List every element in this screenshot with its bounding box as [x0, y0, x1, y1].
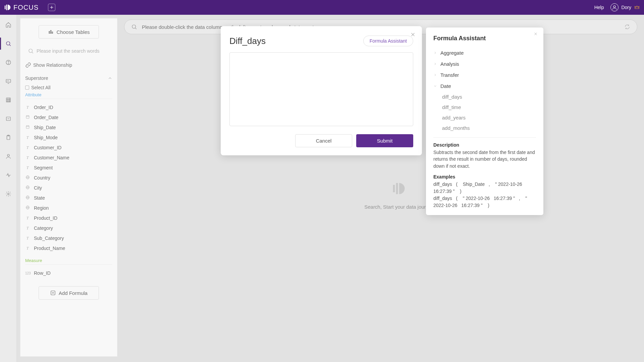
choose-tables-label: Choose Tables [57, 29, 90, 35]
assist-close-button[interactable] [533, 32, 538, 38]
column-name: Order_Date [34, 115, 58, 120]
column-name: Customer_Name [34, 155, 69, 160]
column-item[interactable]: TCustomer_ID [25, 143, 112, 153]
column-item[interactable]: TProduct_Name [25, 243, 112, 253]
avatar-icon [610, 3, 619, 11]
modal-actions: Cancel Submit [229, 134, 413, 147]
assist-function-add_months[interactable]: add_months [442, 123, 536, 133]
help-link[interactable]: Help [594, 5, 604, 10]
assist-function-list: diff_daysdiff_timeadd_yearsadd_months [433, 92, 536, 133]
assist-function-diff_time[interactable]: diff_time [442, 102, 536, 112]
text-type-icon: T [25, 236, 30, 241]
column-name: Sub_Category [34, 236, 64, 241]
text-type-icon: T [25, 155, 30, 160]
column-item[interactable]: TSub_Category [25, 233, 112, 243]
svg-point-32 [29, 49, 33, 53]
logo[interactable]: FOCUS [4, 4, 39, 11]
logo-icon [4, 4, 11, 11]
chevron-up-icon [108, 76, 112, 81]
assist-category-transfer[interactable]: Transfer [433, 69, 536, 81]
close-icon [533, 32, 538, 36]
column-item[interactable]: TProduct_ID [25, 213, 112, 223]
select-all-checkbox[interactable] [25, 86, 29, 90]
cancel-button[interactable]: Cancel [295, 134, 352, 147]
column-item[interactable]: TSegment [25, 163, 112, 173]
column-item[interactable]: Ship_Date [25, 122, 112, 133]
sidebar-search[interactable]: Please input the search words [25, 46, 112, 56]
show-relationship-toggle[interactable]: Show Relationship [25, 62, 112, 68]
header-right: Help Dory [594, 3, 640, 11]
column-name: City [34, 185, 42, 191]
link-icon [25, 62, 31, 68]
column-item[interactable]: 123Row_ID [25, 268, 112, 278]
column-name: State [34, 195, 45, 201]
top-header: FOCUS Help Dory [0, 0, 644, 15]
data-sidebar: Choose Tables Please input the search wo… [20, 18, 117, 357]
globe-icon [25, 175, 30, 180]
submit-button[interactable]: Submit [356, 134, 413, 147]
column-item[interactable]: Region [25, 203, 112, 213]
assist-category-label: Transfer [440, 72, 459, 78]
close-icon [410, 32, 416, 38]
measure-list: 123Row_ID [25, 268, 112, 278]
column-name: Product_Name [34, 246, 65, 251]
sidebar-search-placeholder: Please input the search words [37, 48, 100, 54]
assist-description-block: Description Subtracts the second date fr… [433, 137, 536, 209]
column-item[interactable]: TCustomer_Name [25, 153, 112, 163]
assist-title: Formula Assistant [433, 35, 536, 42]
assist-examples-heading: Examples [433, 174, 536, 179]
column-item[interactable]: TShip_Mode [25, 133, 112, 143]
svg-rect-29 [49, 32, 50, 34]
column-name: Customer_ID [34, 145, 61, 150]
text-type-icon: T [25, 165, 30, 170]
new-tab-button[interactable] [48, 4, 55, 11]
formula-assistant-button[interactable]: Formula Assistant [363, 36, 413, 46]
modal-title: Diff_days [229, 36, 266, 46]
column-item[interactable]: Order_Date [25, 112, 112, 122]
assist-category-label: Aggregate [440, 50, 464, 56]
column-name: Ship_Date [34, 125, 56, 130]
datasource-name: Superstore [25, 75, 48, 81]
calendar-icon [25, 115, 30, 120]
text-type-icon: T [25, 246, 30, 251]
column-item[interactable]: Country [25, 173, 112, 183]
column-item[interactable]: State [25, 193, 112, 203]
plus-icon [49, 4, 55, 10]
number-type-icon: 123 [25, 271, 30, 275]
column-name: Region [34, 205, 49, 211]
column-name: Country [34, 175, 50, 180]
column-item[interactable]: TCategory [25, 223, 112, 233]
formula-textarea[interactable] [229, 52, 413, 126]
assist-category-list: AggregateAnalysisTransferDatediff_daysdi… [433, 47, 536, 133]
column-name: Category [34, 225, 53, 231]
select-all-row[interactable]: Select All [25, 85, 112, 90]
text-type-icon: T [25, 105, 30, 110]
assist-description-heading: Description [433, 142, 536, 148]
modal-close-button[interactable] [410, 32, 416, 39]
show-relationship-label: Show Relationship [33, 62, 72, 68]
column-name: Segment [34, 165, 53, 170]
add-formula-button[interactable]: Add Formula [39, 286, 99, 300]
datasource-header[interactable]: Superstore [25, 75, 112, 81]
text-type-icon: T [25, 135, 30, 140]
text-type-icon: T [25, 145, 30, 150]
svg-rect-1 [6, 5, 7, 10]
attribute-list: TOrder_IDOrder_DateShip_DateTShip_ModeTC… [25, 102, 112, 253]
assist-function-add_years[interactable]: add_years [442, 112, 536, 123]
assist-category-aggregate[interactable]: Aggregate [433, 47, 536, 58]
choose-tables-button[interactable]: Choose Tables [39, 25, 99, 39]
column-item[interactable]: TOrder_ID [25, 102, 112, 112]
user-menu[interactable]: Dory [610, 3, 640, 11]
modal-header: Diff_days Formula Assistant [229, 36, 413, 46]
column-item[interactable]: City [25, 183, 112, 193]
svg-rect-31 [52, 32, 53, 34]
assist-category-analysis[interactable]: Analysis [433, 58, 536, 69]
add-formula-label: Add Formula [59, 290, 88, 296]
attribute-section-label: Attribute [25, 92, 112, 99]
assist-category-label: Date [440, 83, 451, 89]
select-all-label: Select All [31, 85, 51, 90]
formula-assistant-panel: Formula Assistant AggregateAnalysisTrans… [426, 28, 543, 215]
assist-function-diff_days[interactable]: diff_days [442, 92, 536, 102]
measure-section-label: Measure [25, 258, 112, 265]
assist-category-date[interactable]: Date [433, 81, 536, 92]
